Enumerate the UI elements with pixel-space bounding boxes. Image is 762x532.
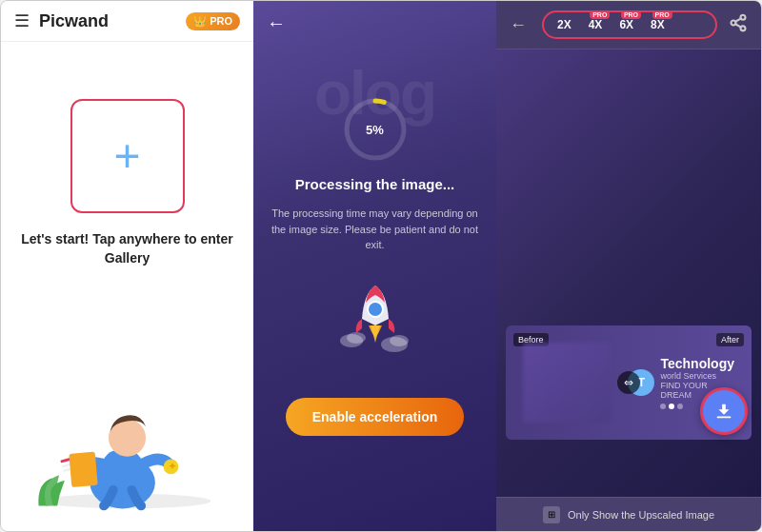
- right-back-button[interactable]: ←: [510, 15, 527, 35]
- pro-tag-4x: PRO: [590, 10, 610, 19]
- scale-6x-button[interactable]: PRO 6X: [613, 16, 639, 33]
- svg-line-21: [735, 24, 741, 27]
- app-title: Picwand: [39, 11, 176, 31]
- pro-badge-label: PRO: [210, 15, 232, 27]
- pro-tag-8x: PRO: [652, 10, 672, 19]
- enable-acceleration-button[interactable]: Enable acceleration: [286, 398, 465, 436]
- comparison-brand-subtitle: world Services: [660, 371, 734, 381]
- scale-8x-button[interactable]: PRO 8X: [645, 16, 671, 33]
- scale-4x-button[interactable]: PRO 4X: [583, 16, 609, 33]
- svg-rect-23: [717, 417, 732, 419]
- comparison-brand-title: Technology: [660, 356, 734, 371]
- svg-point-16: [390, 335, 409, 346]
- svg-text:✦: ✦: [168, 460, 177, 472]
- processing-desc: The processing time may vary depending o…: [253, 206, 496, 253]
- app-container: ☰ Picwand PRO + Let's start! Tap anywher…: [0, 0, 762, 532]
- menu-icon[interactable]: ☰: [14, 10, 30, 31]
- svg-point-17: [368, 302, 383, 317]
- left-panel: ☰ Picwand PRO + Let's start! Tap anywher…: [1, 1, 253, 531]
- download-button[interactable]: [700, 387, 748, 435]
- right-main: Before After ⇔ T Technology world Servic…: [496, 49, 761, 497]
- middle-back-button[interactable]: ←: [267, 12, 286, 34]
- start-text: Let's start! Tap anywhere to enter Galle…: [20, 230, 234, 267]
- dot-3: [677, 404, 683, 409]
- scale-buttons-group: 2X PRO 4X PRO 6X PRO 8X: [542, 10, 717, 39]
- processing-title: Processing the image...: [295, 176, 455, 192]
- right-header: ← 2X PRO 4X PRO 6X PRO 8X: [496, 1, 761, 49]
- left-content: + Let's start! Tap anywhere to enter Gal…: [1, 42, 253, 531]
- progress-circle: 5%: [342, 96, 409, 163]
- dot-2: [669, 404, 674, 409]
- svg-rect-8: [69, 452, 97, 487]
- comparison-divider-icon[interactable]: ⇔: [617, 371, 640, 394]
- progress-section: 5% Processing the image... The processin…: [253, 96, 496, 436]
- left-header: ☰ Picwand PRO: [1, 1, 253, 42]
- svg-point-14: [347, 332, 366, 344]
- pro-tag-6x: PRO: [621, 10, 641, 19]
- middle-panel: ← olog 5% Processing: [253, 1, 496, 531]
- scale-2x-button[interactable]: 2X: [551, 16, 577, 33]
- plus-icon: +: [113, 133, 140, 179]
- show-upscaled-label[interactable]: Only Show the Upscaled Image: [568, 509, 714, 521]
- right-panel: ← 2X PRO 4X PRO 6X PRO 8X: [496, 1, 761, 531]
- illustration: ✦: [20, 360, 234, 512]
- rocket-illustration: [337, 276, 413, 373]
- after-label: After: [716, 333, 744, 346]
- pro-badge: PRO: [186, 12, 240, 30]
- right-footer: ⊞ Only Show the Upscaled Image: [496, 497, 761, 531]
- progress-percent-text: 5%: [366, 123, 384, 137]
- toggle-icon: ⊞: [543, 506, 560, 523]
- illustration-svg: ✦: [20, 369, 234, 512]
- share-button[interactable]: [729, 13, 748, 37]
- svg-rect-2: [102, 450, 143, 492]
- dot-1: [660, 404, 666, 409]
- svg-line-22: [735, 18, 741, 21]
- add-image-button[interactable]: +: [70, 99, 185, 213]
